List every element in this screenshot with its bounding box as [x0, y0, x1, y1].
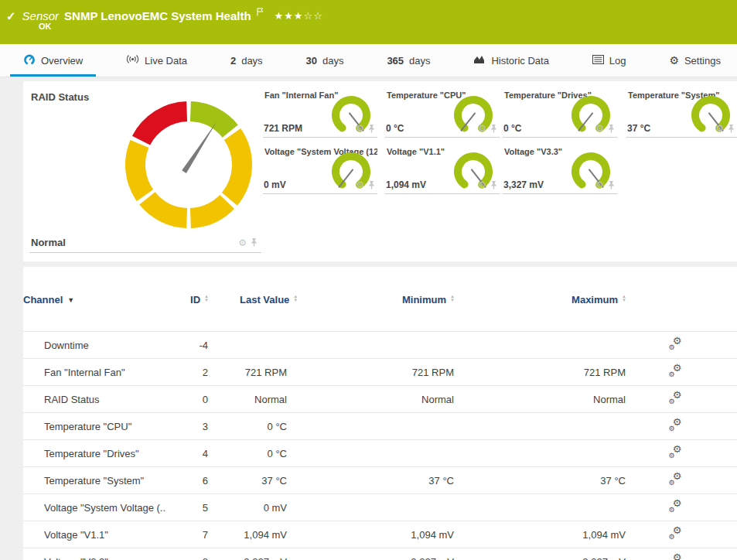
gear-icon[interactable]: ⚙: [356, 124, 364, 133]
raid-gauge: [122, 98, 255, 231]
channel-table-panel: Channel▼ ID▲▼ Last Value▲▼ Minimum▲▼ Max…: [23, 267, 737, 560]
pin-icon[interactable]: [368, 181, 375, 190]
table-row[interactable]: Downtime-4⚙⚙: [23, 332, 737, 359]
table-row[interactable]: Voltage "V3.3"83,327 mV3,327 mV3,327 mV⚙…: [23, 548, 737, 560]
table-row[interactable]: Temperature "Drives"40 °C⚙⚙: [23, 440, 737, 467]
cell-channel: Temperature "CPU": [23, 413, 166, 440]
column-header-maximum[interactable]: Maximum▲▼: [455, 267, 626, 332]
pin-icon[interactable]: [490, 181, 497, 190]
mini-gauge-tile[interactable]: Temperature "CPU"0 °C⚙: [385, 85, 500, 138]
raid-gauge-segment: [230, 134, 242, 199]
cell-last-value: 1,094 mV: [209, 521, 288, 548]
cell-maximum: [455, 494, 626, 521]
column-header-id[interactable]: ID▲▼: [166, 267, 209, 332]
cell-last-value: 3,327 mV: [209, 548, 288, 560]
tab-number: 30: [306, 55, 317, 67]
channel-settings-icon[interactable]: ⚙⚙: [669, 392, 682, 404]
table-row[interactable]: Temperature "System"637 °C37 °C37 °C⚙⚙: [23, 467, 737, 494]
cell-channel: Voltage "V1.1": [23, 521, 166, 548]
sort-toggle-icon: ▲▼: [204, 295, 209, 302]
cell-id: 8: [166, 548, 209, 560]
cell-last-value: 0 °C: [209, 413, 288, 440]
tab-2-days[interactable]: 2 days: [227, 44, 267, 77]
cell-minimum: 1,094 mV: [288, 521, 455, 548]
channel-settings-icon[interactable]: ⚙⚙: [669, 365, 682, 377]
mini-gauge-tile[interactable]: Voltage "System Voltage (12...0 mV⚙: [263, 142, 377, 194]
gear-icon[interactable]: ⚙: [595, 124, 604, 133]
raid-status-gauge-tile[interactable]: RAID Status Normal ⚙: [29, 87, 261, 253]
pin-icon[interactable]: [608, 125, 615, 133]
mini-gauge-tile[interactable]: Voltage "V3.3"3,327 mV⚙: [503, 142, 617, 194]
cell-channel: Downtime: [23, 332, 166, 359]
cell-maximum: Normal: [455, 386, 626, 413]
table-row[interactable]: Voltage "System Voltage (...50 mV⚙⚙: [23, 494, 737, 521]
column-header-last-value[interactable]: Last Value▲▼: [209, 267, 288, 332]
raid-gauge-segment: [135, 144, 145, 196]
tab-label: Historic Data: [491, 55, 548, 67]
pin-icon[interactable]: [728, 125, 735, 133]
column-header-channel[interactable]: Channel▼: [23, 267, 166, 332]
table-row[interactable]: RAID Status0NormalNormalNormal⚙⚙: [23, 386, 737, 413]
pin-icon[interactable]: [490, 125, 497, 133]
cell-minimum: [288, 413, 455, 440]
channel-settings-icon[interactable]: ⚙⚙: [669, 419, 682, 431]
table-row[interactable]: Voltage "V1.1"71,094 mV1,094 mV1,094 mV⚙…: [23, 521, 737, 548]
channel-settings-icon[interactable]: ⚙⚙: [669, 528, 682, 539]
mini-gauge-tile[interactable]: Voltage "V1.1"1,094 mV⚙: [385, 142, 500, 194]
table-row[interactable]: Temperature "CPU"30 °C⚙⚙: [23, 413, 737, 440]
pin-icon[interactable]: [251, 238, 258, 247]
gear-icon[interactable]: ⚙: [715, 124, 724, 133]
pin-icon[interactable]: [608, 181, 615, 190]
cell-maximum: [455, 332, 626, 359]
tab-log[interactable]: Log: [589, 44, 630, 77]
table-row[interactable]: Fan "Internal Fan"2721 RPM721 RPM721 RPM…: [23, 359, 737, 386]
mini-gauge-tile[interactable]: Temperature "Drives"0 °C⚙: [503, 85, 617, 138]
cell-last-value: 721 RPM: [209, 359, 288, 386]
pin-icon[interactable]: [368, 125, 375, 133]
tab-label: days: [322, 55, 343, 67]
gear-icon[interactable]: ⚙: [238, 238, 247, 248]
broadcast-icon: [126, 54, 139, 67]
tab-365-days[interactable]: 365 days: [383, 44, 434, 77]
mini-gauge-value: 37 °C: [627, 123, 650, 134]
gear-icon[interactable]: ⚙: [356, 180, 364, 190]
mini-gauge-tile[interactable]: Fan "Internal Fan"721 RPM⚙: [263, 85, 377, 138]
cell-minimum: [288, 332, 455, 359]
channel-settings-icon[interactable]: ⚙⚙: [669, 473, 682, 485]
cell-id: 7: [166, 521, 209, 548]
gear-icon[interactable]: ⚙: [478, 180, 486, 190]
sort-toggle-icon: ▲▼: [293, 295, 298, 302]
tab-historic-data[interactable]: Historic Data: [469, 44, 552, 77]
channel-settings-icon[interactable]: ⚙⚙: [669, 555, 682, 560]
tab-label: days: [409, 55, 430, 67]
raid-gauge-value: Normal: [31, 237, 66, 248]
cell-maximum: 3,327 mV: [455, 548, 626, 560]
cell-maximum: 37 °C: [455, 467, 626, 494]
cell-maximum: [455, 440, 626, 467]
channel-table: Channel▼ ID▲▼ Last Value▲▼ Minimum▲▼ Max…: [23, 267, 737, 560]
gauge-icon: [23, 53, 36, 68]
mini-gauge-tile[interactable]: Temperature "System"37 °C⚙: [626, 85, 737, 138]
tab-settings[interactable]: ⚙ Settings: [665, 44, 725, 77]
channel-settings-icon[interactable]: ⚙⚙: [669, 446, 682, 458]
cell-id: 0: [166, 386, 209, 413]
sort-toggle-icon: ▲▼: [450, 295, 455, 302]
tab-bar: Overview Live Data 2 days 30 days 365 da…: [0, 44, 737, 77]
cell-id: 2: [166, 359, 209, 386]
tab-overview[interactable]: Overview: [19, 44, 87, 77]
channel-settings-icon[interactable]: ⚙⚙: [669, 500, 682, 512]
status-check-icon: ✓: [6, 9, 16, 23]
sensor-title: SNMP LenovoEMC System Health: [64, 9, 251, 22]
cell-channel: Temperature "Drives": [23, 440, 166, 467]
tab-30-days[interactable]: 30 days: [302, 44, 348, 77]
cell-minimum: 721 RPM: [288, 359, 455, 386]
gear-icon[interactable]: ⚙: [595, 180, 604, 190]
cell-channel: RAID Status: [23, 386, 166, 413]
cell-channel: Fan "Internal Fan": [23, 359, 166, 386]
priority-stars[interactable]: ★★★☆☆: [275, 10, 323, 22]
tab-live-data[interactable]: Live Data: [122, 44, 191, 77]
gear-icon[interactable]: ⚙: [478, 124, 486, 133]
column-header-minimum[interactable]: Minimum▲▼: [288, 267, 455, 332]
channel-settings-icon[interactable]: ⚙⚙: [669, 338, 682, 350]
cell-id: 6: [166, 467, 209, 494]
